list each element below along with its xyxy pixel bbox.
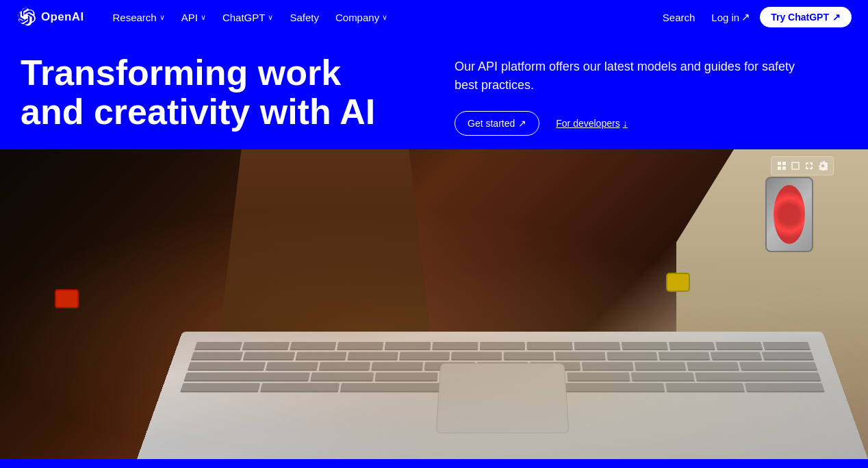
openai-logo-icon [16,8,36,27]
settings-icon[interactable] [817,160,829,172]
nav-item-chatgpt[interactable]: ChatGPT ∨ [216,8,281,27]
nav-links: Research ∨ API ∨ ChatGPT ∨ Safety Compan… [106,8,656,27]
hero-buttons: Get started ↗ For developers ↓ [455,111,847,136]
svg-rect-2 [778,167,781,170]
hero-left: Transforming work and creativity with AI [21,53,413,132]
svg-rect-3 [782,167,786,170]
grid-icon[interactable] [776,160,788,172]
hero-right: Our API platform offers our latest model… [455,53,847,136]
ambient-overlay [0,149,868,459]
svg-rect-0 [778,162,781,165]
chevron-down-icon: ∨ [268,13,273,22]
hero-image [0,149,868,459]
square-icon[interactable] [789,160,802,172]
nav-item-api[interactable]: API ∨ [175,8,213,27]
svg-rect-4 [792,162,799,169]
image-toolbar [771,156,834,175]
logo[interactable]: OpenAI [16,8,84,27]
chevron-down-icon: ∨ [382,13,387,22]
for-developers-button[interactable]: For developers ↓ [556,118,627,129]
photo-background [0,149,868,459]
chevron-down-icon: ∨ [201,13,206,22]
resize-icon[interactable] [803,160,815,172]
get-started-button[interactable]: Get started ↗ [455,111,539,136]
nav-item-safety[interactable]: Safety [283,8,326,27]
external-link-icon: ↗ [741,11,750,23]
try-chatgpt-button[interactable]: Try ChatGPT ↗ [760,7,852,27]
main-nav: OpenAI Research ∨ API ∨ ChatGPT ∨ Safety… [0,0,868,34]
hero-section: Transforming work and creativity with AI… [0,34,868,149]
nav-item-company[interactable]: Company ∨ [329,8,394,27]
arrow-icon: ↗ [518,118,526,129]
nav-right: Search Log in ↗ Try ChatGPT ↗ [656,7,852,27]
hero-title: Transforming work and creativity with AI [21,53,390,132]
login-button[interactable]: Log in ↗ [704,7,757,27]
brand-name: OpenAI [41,10,84,24]
chevron-down-icon: ∨ [159,13,165,22]
svg-rect-1 [782,162,786,165]
hero-description: Our API platform offers our latest model… [455,58,810,95]
arrow-down-icon: ↓ [623,118,628,129]
nav-item-research[interactable]: Research ∨ [106,8,172,27]
arrow-icon: ↗ [832,12,841,23]
search-button[interactable]: Search [656,8,702,27]
